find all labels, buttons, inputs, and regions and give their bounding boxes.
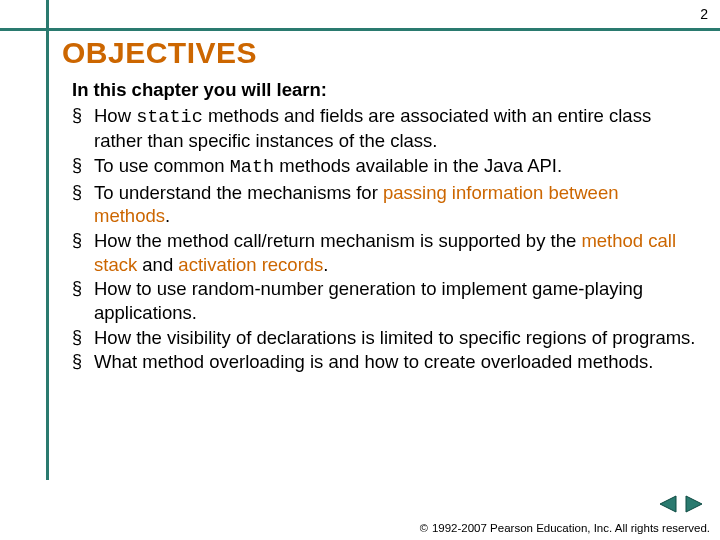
page-number: 2 — [700, 6, 708, 22]
text: How the method call/return mechanism is … — [94, 230, 581, 251]
prev-button[interactable] — [656, 494, 678, 514]
text: How to use random-number generation to i… — [94, 278, 643, 323]
horizontal-rule — [0, 28, 720, 31]
text: . — [165, 205, 170, 226]
code-text: static — [136, 107, 203, 128]
objectives-list: How static methods and fields are associ… — [72, 104, 696, 374]
list-item: To understand the mechanisms for passing… — [72, 181, 696, 228]
list-item: How the method call/return mechanism is … — [72, 229, 696, 276]
text: How — [94, 105, 136, 126]
text: How the visibility of declarations is li… — [94, 327, 696, 348]
svg-marker-0 — [660, 496, 676, 512]
svg-marker-1 — [686, 496, 702, 512]
text: What method overloading is and how to cr… — [94, 351, 653, 372]
triangle-left-icon — [656, 494, 678, 514]
text: To understand the mechanisms for — [94, 182, 383, 203]
nav-controls — [656, 494, 706, 514]
list-item: How the visibility of declarations is li… — [72, 326, 696, 350]
code-text: Math — [230, 157, 274, 178]
list-item: How to use random-number generation to i… — [72, 277, 696, 324]
next-button[interactable] — [684, 494, 706, 514]
vertical-rule — [46, 0, 49, 480]
intro-line: In this chapter you will learn: — [72, 78, 696, 102]
text: and — [137, 254, 178, 275]
text: To use common — [94, 155, 230, 176]
list-item: How static methods and fields are associ… — [72, 104, 696, 153]
text: methods available in the Java API. — [274, 155, 562, 176]
list-item: To use common Math methods available in … — [72, 154, 696, 180]
copyright-icon: © — [420, 522, 428, 534]
copyright-text: 1992-2007 Pearson Education, Inc. All ri… — [432, 522, 710, 534]
footer: © 1992-2007 Pearson Education, Inc. All … — [420, 522, 710, 534]
highlight-text: activation records — [178, 254, 323, 275]
content-area: In this chapter you will learn: How stat… — [72, 78, 696, 375]
text: . — [323, 254, 328, 275]
page-title: OBJECTIVES — [62, 36, 257, 70]
triangle-right-icon — [684, 494, 706, 514]
list-item: What method overloading is and how to cr… — [72, 350, 696, 374]
